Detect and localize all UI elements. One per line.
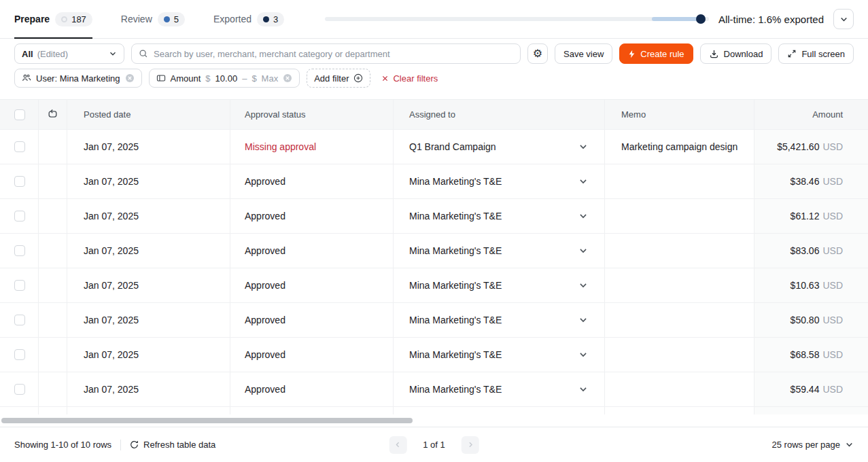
amount-currency: USD bbox=[822, 176, 843, 187]
remove-filter-icon[interactable] bbox=[125, 73, 135, 83]
posted-date-value: Jan 07, 2025 bbox=[84, 245, 139, 256]
row-checkbox[interactable] bbox=[14, 245, 25, 256]
tab-prepare[interactable]: Prepare 187 bbox=[14, 0, 92, 38]
header-amount[interactable]: Amount bbox=[754, 100, 868, 129]
search-icon bbox=[139, 49, 148, 58]
search-box[interactable] bbox=[131, 43, 521, 64]
add-filter-button[interactable]: Add filter bbox=[307, 69, 370, 88]
row-posted-date-cell: Jan 07, 2025 bbox=[67, 268, 230, 302]
row-assigned-to-cell[interactable]: Mina Marketing's T&E bbox=[394, 338, 605, 372]
table-row[interactable]: Jan 07, 2025 Missing approval Q1 Brand C… bbox=[0, 130, 868, 164]
row-select-cell bbox=[0, 372, 39, 406]
full-screen-button[interactable]: Full screen bbox=[778, 43, 854, 64]
row-assigned-to-cell[interactable]: Mina Marketing's T&E bbox=[394, 303, 605, 337]
view-select-suffix: (Edited) bbox=[37, 49, 69, 59]
row-assigned-to-cell[interactable]: Mina Marketing's T&E bbox=[394, 234, 605, 268]
header-approval-status[interactable]: Approval status bbox=[230, 100, 394, 129]
remove-filter-icon[interactable] bbox=[283, 73, 292, 83]
select-all-checkbox[interactable] bbox=[14, 109, 25, 120]
filter-chip-user[interactable]: User: Mina Marketing bbox=[14, 69, 142, 88]
filter-chip-amount[interactable]: Amount $ 10.00 – $ Max bbox=[149, 69, 300, 88]
row-icon-cell bbox=[39, 164, 67, 198]
chevron-down-icon bbox=[578, 211, 588, 221]
row-assigned-to-cell[interactable]: Mina Marketing's T&E bbox=[394, 268, 605, 302]
row-icon-cell bbox=[39, 303, 67, 337]
table-row[interactable]: Jan 07, 2025 Approved Mina Marketing's T… bbox=[0, 338, 868, 372]
add-filter-label: Add filter bbox=[314, 73, 349, 84]
row-amount-cell: $38.46 USD bbox=[754, 164, 868, 198]
table-row[interactable]: Jan 07, 2025 Approved Mina Marketing's T… bbox=[0, 372, 868, 407]
table-row[interactable]: Jan 07, 2025 Approved Mina Marketing's T… bbox=[0, 199, 868, 234]
previous-page-button[interactable] bbox=[389, 436, 406, 454]
table-row[interactable]: Jan 07, 2025 Approved Mina Marketing's T… bbox=[0, 303, 868, 338]
row-memo-cell[interactable] bbox=[605, 199, 754, 233]
row-checkbox[interactable] bbox=[14, 315, 25, 325]
assigned-to-value: Mina Marketing's T&E bbox=[409, 211, 502, 221]
header-assigned-to-label: Assigned to bbox=[409, 109, 455, 120]
amount-max-value[interactable]: Max bbox=[262, 73, 279, 84]
row-assigned-to-cell[interactable]: Mina Marketing's T&E bbox=[394, 372, 605, 406]
tab-exported-label: Exported bbox=[213, 14, 251, 24]
header-memo[interactable]: Memo bbox=[605, 100, 754, 129]
download-button[interactable]: Download bbox=[700, 43, 772, 64]
table-header-row: Posted date Approval status Assigned to … bbox=[0, 100, 868, 130]
row-approval-status-cell: Missing approval bbox=[230, 130, 394, 164]
row-select-cell bbox=[0, 130, 39, 164]
table-row[interactable]: Jan 07, 2025 Approved Mina Marketing's T… bbox=[0, 234, 868, 268]
row-posted-date-cell: Jan 07, 2025 bbox=[67, 164, 230, 198]
horizontal-scrollbar-thumb[interactable] bbox=[1, 418, 413, 423]
header-posted-date[interactable]: Posted date bbox=[67, 100, 230, 129]
chevron-down-icon bbox=[578, 315, 588, 325]
tab-prepare-badge: 187 bbox=[55, 12, 92, 26]
row-assigned-to-cell[interactable]: Mina Marketing's T&E bbox=[394, 199, 605, 233]
loop-undo-icon[interactable] bbox=[47, 109, 58, 120]
assigned-to-value: Q1 Brand Campaign bbox=[409, 141, 496, 152]
partial-cell bbox=[754, 407, 868, 414]
row-checkbox[interactable] bbox=[14, 280, 25, 291]
footer-left-group: Showing 1-10 of 10 rows Refresh table da… bbox=[14, 440, 215, 450]
clear-filters-button[interactable]: Clear filters bbox=[381, 73, 438, 84]
row-checkbox[interactable] bbox=[14, 176, 25, 187]
table-row[interactable]: Jan 07, 2025 Approved Mina Marketing's T… bbox=[0, 164, 868, 199]
approval-status-value: Approved bbox=[245, 384, 285, 395]
amount-currency: USD bbox=[822, 245, 843, 256]
row-memo-cell[interactable] bbox=[605, 268, 754, 302]
amount-currency: USD bbox=[822, 280, 843, 291]
row-memo-cell[interactable] bbox=[605, 303, 754, 337]
table-row-partial bbox=[0, 407, 868, 414]
row-memo-cell[interactable] bbox=[605, 164, 754, 198]
table-settings-button[interactable]: ⚙︎ bbox=[527, 43, 548, 64]
next-page-button[interactable] bbox=[462, 436, 479, 454]
row-memo-cell[interactable] bbox=[605, 372, 754, 406]
tab-exported[interactable]: Exported 3 bbox=[213, 0, 284, 38]
collapse-summary-button[interactable] bbox=[833, 9, 854, 29]
tab-review-count: 5 bbox=[174, 14, 179, 24]
export-progress-bar bbox=[325, 17, 709, 21]
refresh-table-button[interactable]: Refresh table data bbox=[130, 440, 215, 450]
amount-value: $59.44 bbox=[791, 384, 820, 395]
create-rule-button[interactable]: Create rule bbox=[619, 43, 693, 64]
row-assigned-to-cell[interactable]: Q1 Brand Campaign bbox=[394, 130, 605, 164]
view-select[interactable]: All (Edited) bbox=[14, 43, 124, 64]
amount-min-value[interactable]: 10.00 bbox=[215, 73, 238, 84]
download-label: Download bbox=[724, 49, 763, 59]
search-input[interactable] bbox=[154, 49, 513, 59]
tab-review[interactable]: Review 5 bbox=[121, 0, 185, 38]
rows-per-page-select[interactable]: 25 rows per page bbox=[772, 440, 854, 450]
table-row[interactable]: Jan 07, 2025 Approved Mina Marketing's T… bbox=[0, 268, 868, 303]
row-memo-cell[interactable] bbox=[605, 234, 754, 268]
row-amount-cell: $5,421.60 USD bbox=[754, 130, 868, 164]
row-memo-cell[interactable]: Marketing campaign design bbox=[605, 130, 754, 164]
header-assigned-to[interactable]: Assigned to bbox=[394, 100, 605, 129]
row-memo-cell[interactable] bbox=[605, 338, 754, 372]
row-checkbox[interactable] bbox=[14, 141, 25, 152]
pagination: 1 of 1 bbox=[389, 436, 479, 454]
row-icon-cell bbox=[39, 268, 67, 302]
partial-cell bbox=[39, 407, 67, 414]
row-assigned-to-cell[interactable]: Mina Marketing's T&E bbox=[394, 164, 605, 198]
amount-value: $61.12 bbox=[791, 211, 820, 221]
row-checkbox[interactable] bbox=[14, 211, 25, 221]
row-checkbox[interactable] bbox=[14, 349, 25, 360]
save-view-button[interactable]: Save view bbox=[555, 43, 612, 64]
row-checkbox[interactable] bbox=[14, 384, 25, 395]
